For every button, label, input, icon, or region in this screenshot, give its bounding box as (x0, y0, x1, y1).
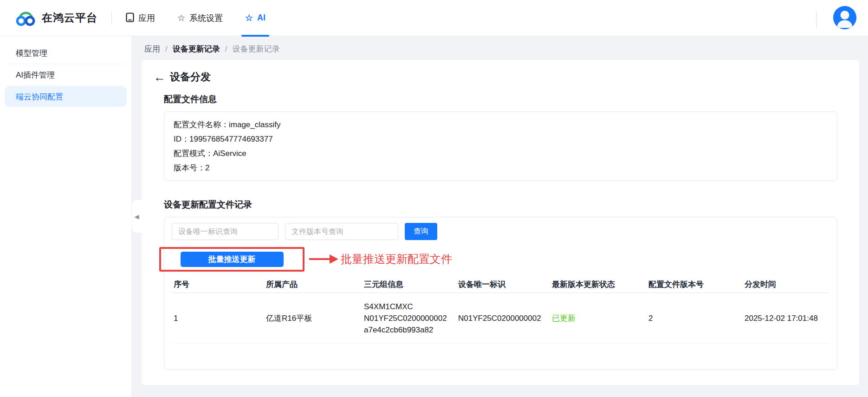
annotation-text: 批量推送更新配置文件 (341, 252, 452, 267)
config-id-line: ID：1995768547774693377 (174, 132, 828, 146)
field-label: 版本号： (174, 163, 205, 172)
field-label: ID： (174, 135, 189, 143)
breadcrumb-separator: / (165, 45, 168, 54)
active-tab-indicator (241, 35, 269, 37)
triplet-line: a7e4c2cb6b993a82 (364, 324, 456, 336)
annotation-highlight-box: 批量推送更新 (159, 247, 304, 272)
cell-file-version: 2 (647, 314, 743, 323)
top-nav: 应用 ☆ 系统设置 ☆ AI (126, 0, 288, 36)
col-header-dispatch-time: 分发时间 (743, 279, 829, 290)
sidebar-item-label: AI插件管理 (16, 70, 55, 80)
config-info-card: 配置文件名称：image_classify ID：199576854777469… (164, 111, 837, 181)
col-header-product: 所属产品 (264, 279, 362, 290)
breadcrumb-item-apps[interactable]: 应用 (144, 44, 160, 54)
sidebar-item-label: 端云协同配置 (16, 91, 63, 102)
sidebar-collapse-handle[interactable]: ◀ (132, 200, 142, 233)
top-bar: 在鸿云平台 应用 ☆ 系统设置 ☆ AI (0, 0, 868, 36)
col-header-status: 最新版本更新状态 (550, 279, 647, 290)
config-info-section: 配置文件信息 配置文件名称：image_classify ID：19957685… (154, 93, 846, 181)
arrow-shaft (309, 258, 330, 260)
cell-status-badge: 已更新 (550, 313, 647, 324)
triplet-line: S4XM1CMXC (364, 301, 456, 312)
nav-divider (111, 11, 112, 25)
page-title: 设备分发 (170, 70, 211, 84)
user-icon (833, 23, 856, 29)
field-value: 1995768547774693377 (189, 135, 273, 143)
triplet-line: N01YF25C0200000002 (364, 312, 456, 324)
chevron-left-icon: ◀ (135, 213, 139, 220)
star-icon: ☆ (177, 13, 185, 22)
search-row: 查询 (172, 223, 829, 240)
avatar-divider (816, 11, 817, 28)
app-icon (126, 13, 134, 24)
col-header-device-id: 设备唯一标识 (456, 279, 550, 290)
config-file-name-line: 配置文件名称：image_classify (174, 117, 828, 132)
cell-triplet: S4XM1CMXC N01YF25C0200000002 a7e4c2cb6b9… (362, 301, 456, 336)
field-value: AiService (213, 149, 246, 158)
col-header-file-version: 配置文件版本号 (647, 279, 743, 290)
app-window: 在鸿云平台 应用 ☆ 系统设置 ☆ AI (0, 0, 868, 397)
sidebar-item-ai-plugin-management[interactable]: AI插件管理 (5, 65, 127, 85)
cell-product: 亿道R16平板 (264, 313, 362, 324)
device-id-search-input[interactable] (172, 223, 279, 240)
sidebar-divider (6, 64, 125, 64)
cell-device-id: N01YF25C0200000002 (456, 314, 550, 323)
page-title-row: ← 设备分发 (154, 67, 846, 84)
records-table: 序号 所属产品 三元组信息 设备唯一标识 最新版本更新状态 配置文件版本号 分发… (172, 276, 829, 344)
sidebar-item-model-management[interactable]: 模型管理 (5, 43, 127, 63)
content-panel: ◀ ← 设备分发 配置文件信息 配置文件名称：image_classify ID… (142, 60, 859, 385)
brand-title: 在鸿云平台 (42, 11, 97, 25)
nav-item-label: 应用 (138, 13, 155, 24)
table-header-row: 序号 所属产品 三元组信息 设备唯一标识 最新版本更新状态 配置文件版本号 分发… (172, 276, 829, 293)
cloud-logo-icon (15, 7, 36, 29)
cell-dispatch-time: 2025-12-02 17:01:48 (743, 314, 829, 323)
sidebar-divider (6, 85, 125, 86)
nav-item-label: AI (257, 13, 266, 23)
breadcrumb-item-device-update-records[interactable]: 设备更新记录 (173, 44, 220, 54)
update-records-card: 查询 批量推送更新 批量推送更新配置文件 (164, 217, 837, 370)
query-button[interactable]: 查询 (405, 223, 437, 240)
sidebar-item-device-cloud-config[interactable]: 端云协同配置 (5, 86, 127, 107)
config-version-line: 版本号：2 (174, 161, 828, 175)
col-header-triplet: 三元组信息 (362, 279, 456, 290)
cell-index: 1 (172, 314, 264, 323)
table-row: 1 亿道R16平板 S4XM1CMXC N01YF25C0200000002 a… (172, 293, 829, 344)
breadcrumb: 应用 / 设备更新记录 / 设备更新记录 (142, 36, 859, 60)
sidebar: 模型管理 AI插件管理 端云协同配置 (0, 36, 131, 397)
brand: 在鸿云平台 (15, 7, 97, 29)
sidebar-item-label: 模型管理 (16, 48, 47, 59)
back-arrow-icon[interactable]: ← (154, 71, 166, 83)
nav-item-label: 系统设置 (189, 13, 223, 24)
star-icon: ☆ (245, 13, 253, 22)
update-records-heading: 设备更新配置文件记录 (164, 199, 846, 211)
arrow-head (330, 254, 338, 264)
user-avatar[interactable] (833, 6, 856, 29)
breadcrumb-separator: / (225, 45, 227, 54)
annotation-row: 批量推送更新 批量推送更新配置文件 (172, 245, 829, 273)
field-value: 2 (205, 163, 209, 172)
main-area: 应用 / 设备更新记录 / 设备更新记录 ◀ ← 设备分发 配置文件信息 (131, 36, 868, 397)
body-row: 模型管理 AI插件管理 端云协同配置 应用 / 设备更新记录 / 设备更新记录 (0, 36, 868, 397)
field-label: 配置模式： (174, 149, 213, 158)
col-header-index: 序号 (172, 279, 264, 290)
config-info-heading: 配置文件信息 (164, 93, 846, 105)
field-value: image_classify (229, 120, 281, 129)
nav-item-ai[interactable]: ☆ AI (245, 0, 266, 36)
config-mode-line: 配置模式：AiService (174, 146, 828, 161)
update-records-section: 设备更新配置文件记录 查询 批量推送更新 (154, 199, 846, 370)
nav-item-system-settings[interactable]: ☆ 系统设置 (177, 0, 223, 36)
breadcrumb-item-current: 设备更新记录 (232, 44, 279, 54)
file-version-search-input[interactable] (285, 223, 398, 240)
nav-item-apps[interactable]: 应用 (126, 0, 155, 36)
batch-push-update-button[interactable]: 批量推送更新 (181, 252, 284, 267)
field-label: 配置文件名称： (174, 120, 229, 129)
annotation-arrow (309, 254, 338, 264)
